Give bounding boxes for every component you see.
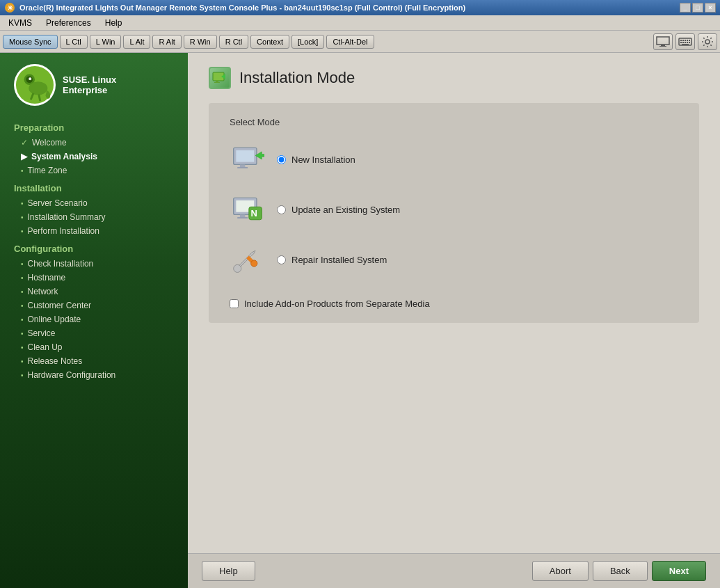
svg-point-39 bbox=[234, 264, 241, 272]
page-title: Installation Mode bbox=[239, 69, 355, 87]
new-installation-icon bbox=[230, 141, 266, 177]
help-button[interactable]: Help bbox=[202, 561, 255, 581]
nav-system-analysis[interactable]: ▶ System Analysis bbox=[0, 150, 188, 164]
context-button[interactable]: Context bbox=[250, 35, 289, 49]
svg-rect-16 bbox=[682, 44, 689, 45]
toolbar-right-icons bbox=[653, 33, 717, 50]
svg-rect-9 bbox=[687, 40, 688, 41]
new-installation-label[interactable]: New Installation bbox=[291, 154, 355, 165]
svg-rect-15 bbox=[689, 42, 690, 43]
nav-installation-summary[interactable]: • Installation Summary bbox=[0, 210, 188, 224]
new-installation-radio[interactable] bbox=[277, 155, 286, 164]
abort-button[interactable]: Abort bbox=[532, 561, 589, 581]
svg-point-21 bbox=[29, 77, 31, 80]
menubar: KVMS Preferences Help bbox=[0, 15, 720, 31]
svg-rect-3 bbox=[661, 45, 665, 46]
settings-icon[interactable] bbox=[698, 33, 717, 50]
svg-rect-14 bbox=[687, 42, 688, 43]
nav-hardware-configuration[interactable]: • Hardware Configuration bbox=[0, 368, 188, 382]
l-ctl-button[interactable]: L Ctl bbox=[60, 35, 88, 49]
menu-help[interactable]: Help bbox=[99, 17, 128, 29]
suse-title-line2: Enterprise bbox=[63, 85, 116, 95]
update-system-radio[interactable] bbox=[277, 205, 286, 214]
section-installation: Installation bbox=[0, 177, 188, 196]
svg-rect-13 bbox=[685, 42, 686, 43]
r-win-button[interactable]: R Win bbox=[184, 35, 217, 49]
suse-title-line1: SUSE. Linux bbox=[63, 74, 116, 85]
l-win-button[interactable]: L Win bbox=[90, 35, 122, 49]
r-alt-button[interactable]: R Alt bbox=[152, 35, 181, 49]
check-icon: ✓ bbox=[21, 138, 28, 148]
update-system-radio-group: Update an Existing System bbox=[277, 205, 400, 215]
repair-system-radio[interactable] bbox=[277, 255, 286, 264]
update-system-label[interactable]: Update an Existing System bbox=[291, 205, 400, 215]
nav-time-zone[interactable]: • Time Zone bbox=[0, 164, 188, 177]
monitor-icon[interactable] bbox=[653, 33, 673, 50]
menu-kvms[interactable]: KVMS bbox=[3, 17, 38, 29]
svg-text:☀: ☀ bbox=[7, 4, 13, 12]
r-ctl-button[interactable]: R Ctl bbox=[219, 35, 248, 49]
page-header: Installation Mode bbox=[209, 67, 699, 89]
installation-mode-icon bbox=[209, 67, 231, 89]
svg-rect-6 bbox=[680, 40, 682, 41]
dot-icon: • bbox=[21, 274, 24, 282]
svg-rect-8 bbox=[685, 40, 686, 41]
sidebar-navigation: Preparation ✓ Welcome ▶ System Analysis … bbox=[0, 111, 188, 588]
nav-perform-installation[interactable]: • Perform Installation bbox=[0, 224, 188, 238]
dot-icon: • bbox=[21, 330, 24, 337]
titlebar-title: Oracle(R) Integrated Lights Out Manager … bbox=[19, 3, 465, 12]
svg-rect-30 bbox=[240, 164, 245, 167]
dot-icon: • bbox=[21, 214, 24, 221]
nav-clean-up[interactable]: • Clean Up bbox=[0, 340, 188, 354]
repair-system-icon bbox=[230, 241, 266, 278]
nav-release-notes[interactable]: • Release Notes bbox=[0, 354, 188, 368]
back-button[interactable]: Back bbox=[593, 561, 648, 581]
nav-server-scenario[interactable]: • Server Scenario bbox=[0, 196, 188, 210]
addon-label[interactable]: Include Add-on Products from Separate Me… bbox=[244, 299, 430, 309]
nav-service[interactable]: • Service bbox=[0, 326, 188, 340]
ctl-alt-del-button[interactable]: Ctl-Alt-Del bbox=[326, 35, 374, 49]
nav-welcome[interactable]: ✓ Welcome bbox=[0, 136, 188, 150]
dot-icon: • bbox=[21, 167, 24, 175]
dot-icon: • bbox=[21, 288, 24, 296]
svg-point-22 bbox=[29, 81, 47, 95]
svg-rect-36 bbox=[237, 217, 248, 218]
mouse-sync-button[interactable]: Mouse Sync bbox=[3, 35, 58, 49]
close-button[interactable]: × bbox=[705, 3, 716, 13]
minimize-button[interactable]: _ bbox=[680, 3, 691, 13]
l-alt-button[interactable]: L Alt bbox=[123, 35, 150, 49]
nav-customer-center[interactable]: • Customer Center bbox=[0, 299, 188, 312]
svg-rect-26 bbox=[216, 81, 218, 82]
repair-system-label[interactable]: Repair Installed System bbox=[291, 255, 387, 265]
suse-logo bbox=[14, 64, 56, 106]
addon-checkbox[interactable] bbox=[230, 299, 239, 308]
nav-hostname[interactable]: • Hostname bbox=[0, 271, 188, 285]
toolbar: Mouse Sync L Ctl L Win L Alt R Alt R Win… bbox=[0, 31, 720, 53]
addon-area: Include Add-on Products from Separate Me… bbox=[230, 299, 678, 309]
svg-point-17 bbox=[705, 40, 710, 44]
dot-icon: • bbox=[21, 316, 24, 324]
titlebar: ☀ Oracle(R) Integrated Lights Out Manage… bbox=[0, 0, 720, 15]
keyboard-icon[interactable] bbox=[675, 33, 695, 50]
menu-preferences[interactable]: Preferences bbox=[40, 17, 97, 29]
lock-button[interactable]: [Lock] bbox=[291, 35, 324, 49]
svg-rect-11 bbox=[680, 42, 682, 43]
svg-rect-4 bbox=[659, 46, 666, 47]
select-mode-label: Select Mode bbox=[230, 117, 678, 127]
svg-rect-31 bbox=[237, 167, 248, 168]
nav-online-update[interactable]: • Online Update bbox=[0, 312, 188, 326]
next-button[interactable]: Next bbox=[652, 561, 706, 581]
nav-network[interactable]: • Network bbox=[0, 285, 188, 299]
dot-icon: • bbox=[21, 358, 24, 365]
restore-button[interactable]: □ bbox=[692, 3, 703, 13]
sidebar-logo-area: SUSE. Linux Enterprise bbox=[0, 53, 188, 111]
content-area: Installation Mode Select Mode bbox=[188, 53, 720, 588]
repair-system-option: Repair Installed System bbox=[230, 241, 678, 278]
dot-icon: • bbox=[21, 260, 24, 268]
titlebar-controls: _ □ × bbox=[680, 3, 716, 13]
suse-title: SUSE. Linux Enterprise bbox=[63, 74, 116, 95]
nav-check-installation[interactable]: • Check Installation bbox=[0, 257, 188, 271]
bottom-bar: Help Abort Back Next bbox=[188, 553, 720, 588]
svg-rect-29 bbox=[236, 150, 254, 162]
arrow-icon: ▶ bbox=[21, 152, 27, 161]
